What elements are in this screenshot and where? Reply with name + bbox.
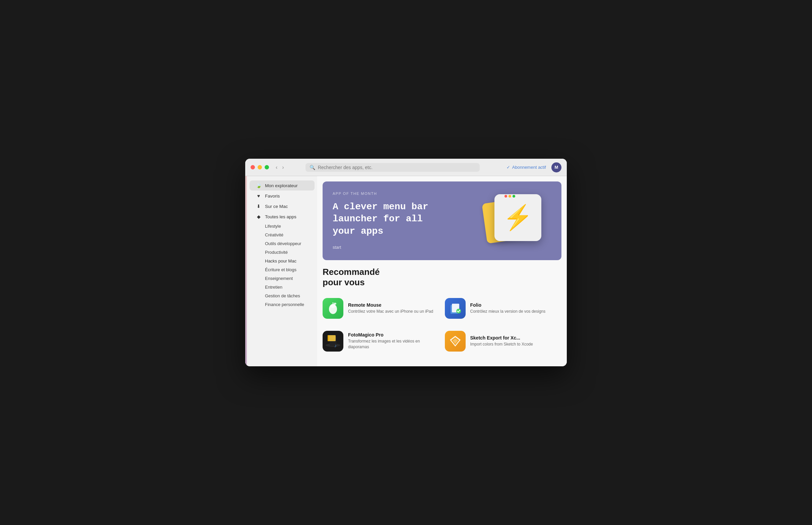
titlebar: ‹ › 🔍 ✓ Abonnement actif M xyxy=(245,159,567,176)
sidebar-item-label: Toutes les apps xyxy=(265,214,296,219)
app-card-sketch-export[interactable]: Sketch Export for Xc... Import colors fr… xyxy=(445,328,562,355)
subscription-label: Abonnement actif xyxy=(512,165,546,170)
sidebar-sub-enseignement[interactable]: Enseignement xyxy=(250,274,314,283)
user-avatar[interactable]: M xyxy=(551,162,561,172)
app-card-folio[interactable]: Folio Contrôlez mieux la version de vos … xyxy=(445,295,562,322)
checkmark-icon: ✓ xyxy=(506,165,510,170)
close-button[interactable] xyxy=(251,165,255,169)
app-card-remote-mouse[interactable]: Remote Mouse Contrôlez votre Mac avec un… xyxy=(323,295,440,322)
main-content: APP OF THE MONTH A clever menu barlaunch… xyxy=(317,176,567,366)
app-name: Remote Mouse xyxy=(348,302,440,308)
sidebar-sub-creativite[interactable]: Créativité xyxy=(250,231,314,239)
lightning-card-front: ⚡ xyxy=(494,194,541,241)
sidebar: 🍃 Mon explorateur ♥ Favoris ⬇ Sur ce Mac… xyxy=(247,176,317,366)
dot-yellow xyxy=(508,195,511,197)
app-name: Folio xyxy=(470,302,562,308)
forward-button[interactable]: › xyxy=(281,164,285,171)
app-info-folio: Folio Contrôlez mieux la version de vos … xyxy=(470,302,562,314)
sidebar-item-label: Favoris xyxy=(265,194,280,198)
sidebar-sub-gestion-taches[interactable]: Gestion de tâches xyxy=(250,291,314,300)
sidebar-sub-ecriture[interactable]: Écriture et blogs xyxy=(250,266,314,274)
subscription-status[interactable]: ✓ Abonnement actif xyxy=(506,165,546,170)
back-button[interactable]: ‹ xyxy=(274,164,279,171)
app-info-fotomagico: FotoMagico Pro Transformez les images et… xyxy=(348,332,440,350)
sidebar-sub-entretien[interactable]: Entretien xyxy=(250,283,314,291)
recommended-section: Recommandé pour vous xyxy=(317,267,567,361)
search-bar[interactable]: 🔍 xyxy=(306,163,480,172)
app-body: 🍃 Mon explorateur ♥ Favoris ⬇ Sur ce Mac… xyxy=(245,176,567,366)
sidebar-sub-finance[interactable]: Finance personnelle xyxy=(250,300,314,309)
app-icon-sketch-export xyxy=(445,331,466,351)
fotomagico-svg: ♪ xyxy=(324,332,342,350)
app-card-fotomagico[interactable]: ♪ FotoMagico Pro Transformez les images … xyxy=(323,328,440,355)
app-name: Sketch Export for Xc... xyxy=(470,335,562,341)
folio-svg xyxy=(448,302,462,315)
search-input[interactable] xyxy=(318,165,476,170)
nav-buttons: ‹ › xyxy=(274,164,285,171)
svg-text:♪: ♪ xyxy=(334,343,337,348)
hero-illustration: ⚡ xyxy=(484,194,551,248)
hero-text: APP OF THE MONTH A clever menu barlaunch… xyxy=(333,192,484,250)
app-window: ‹ › 🔍 ✓ Abonnement actif M 🍃 Mon explora… xyxy=(245,159,567,366)
hero-eyebrow: APP OF THE MONTH xyxy=(333,192,484,196)
app-name: FotoMagico Pro xyxy=(348,332,440,338)
window-dots xyxy=(504,195,515,197)
svg-rect-11 xyxy=(328,335,329,341)
header-right: ✓ Abonnement actif M xyxy=(506,162,561,172)
traffic-lights xyxy=(251,165,269,169)
hero-link[interactable]: start xyxy=(333,245,341,250)
heart-icon: ♥ xyxy=(255,193,262,198)
app-desc: Import colors from Sketch to Xcode xyxy=(470,342,562,347)
sidebar-sub-hacks-mac[interactable]: Hacks pour Mac xyxy=(250,257,314,265)
sidebar-item-sur-ce-mac[interactable]: ⬇ Sur ce Mac xyxy=(250,201,314,211)
sidebar-sub-productivite[interactable]: Productivité xyxy=(250,248,314,256)
sidebar-item-favoris[interactable]: ♥ Favoris xyxy=(250,191,314,201)
app-info-sketch-export: Sketch Export for Xc... Import colors fr… xyxy=(470,335,562,347)
minimize-button[interactable] xyxy=(257,165,262,169)
app-grid: Remote Mouse Contrôlez votre Mac avec un… xyxy=(323,295,561,355)
sidebar-item-toutes-les-apps[interactable]: ◆ Toutes les apps xyxy=(250,212,314,222)
sidebar-sub-lifestyle[interactable]: Lifestyle xyxy=(250,222,314,230)
sidebar-item-label: Mon explorateur xyxy=(265,183,298,188)
lightning-icon: ⚡ xyxy=(503,203,533,232)
download-icon: ⬇ xyxy=(255,204,262,209)
hero-title: A clever menu barlauncher for allyour ap… xyxy=(333,201,484,237)
hero-banner[interactable]: APP OF THE MONTH A clever menu barlaunch… xyxy=(323,181,561,260)
app-icon-fotomagico: ♪ xyxy=(323,331,343,351)
dot-red xyxy=(504,195,507,197)
app-icon-remote-mouse xyxy=(323,298,343,319)
search-icon: 🔍 xyxy=(310,165,315,170)
app-icon-folio xyxy=(445,298,466,319)
app-desc: Contrôlez votre Mac avec un iPhone ou un… xyxy=(348,309,440,314)
svg-point-3 xyxy=(334,303,336,305)
sidebar-item-mon-explorateur[interactable]: 🍃 Mon explorateur xyxy=(250,180,314,191)
sketch-svg xyxy=(448,334,462,348)
app-desc: Transformez les images et les vidéos en … xyxy=(348,339,440,350)
app-info-remote-mouse: Remote Mouse Contrôlez votre Mac avec un… xyxy=(348,302,440,314)
recommended-title: Recommandé pour vous xyxy=(323,267,561,288)
dot-green xyxy=(513,195,515,197)
maximize-button[interactable] xyxy=(265,165,269,169)
sidebar-sub-outils-dev[interactable]: Outils développeur xyxy=(250,239,314,248)
diamond-icon: ◆ xyxy=(255,214,262,219)
sidebar-item-label: Sur ce Mac xyxy=(265,204,288,209)
leaf-icon: 🍃 xyxy=(255,183,262,188)
mouse-svg xyxy=(326,302,340,315)
app-desc: Contrôlez mieux la version de vos design… xyxy=(470,309,562,314)
